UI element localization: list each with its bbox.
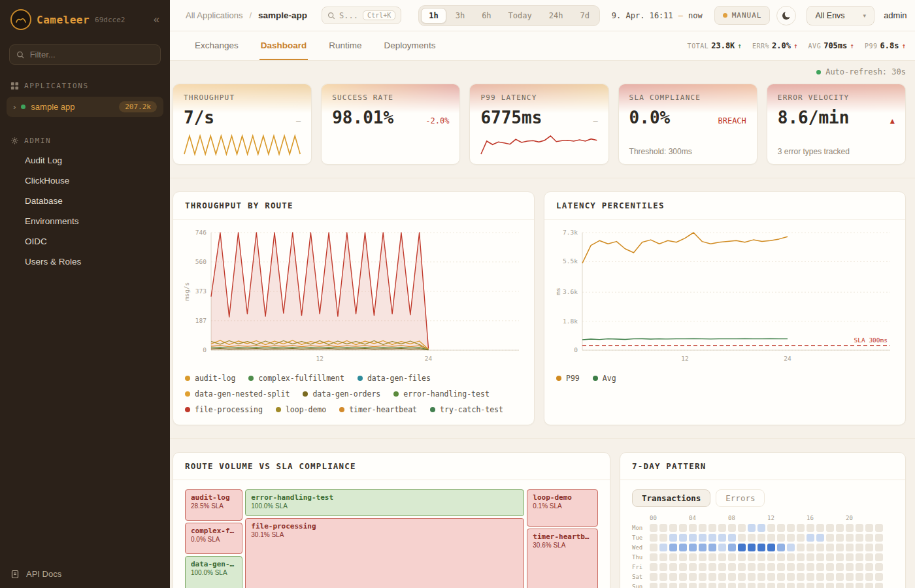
heatmap-cell[interactable] [787,573,795,581]
heatmap-cell[interactable] [738,583,746,588]
heatmap-cell[interactable] [679,553,687,561]
heatmap-cell[interactable] [757,563,765,571]
filter-input[interactable] [30,50,154,59]
heatmap-cell[interactable] [846,553,854,561]
heatmap-cell[interactable] [767,583,775,588]
heatmap-cell[interactable] [787,544,795,551]
heatmap-cell[interactable] [669,524,677,532]
heatmap-cell[interactable] [787,524,795,532]
sidebar-item-api-docs[interactable]: API Docs [10,569,61,579]
heatmap-cell[interactable] [875,553,883,561]
heatmap-cell[interactable] [816,524,824,532]
time-range-3h[interactable]: 3h [448,8,473,24]
heatmap-cell[interactable] [807,534,814,542]
sidebar-filter[interactable] [9,44,161,65]
sidebar-item-sample-app[interactable]: › sample app 207.2k [7,97,163,117]
heatmap-cell[interactable] [679,583,687,588]
sidebar-item-environments[interactable]: Environments [0,211,170,231]
heatmap-cell[interactable] [748,563,756,571]
heatmap-cell[interactable] [807,544,814,551]
heatmap-cell[interactable] [708,544,716,551]
heatmap-cell[interactable] [748,573,756,581]
heatmap-cell[interactable] [875,583,883,588]
heatmap-cell[interactable] [777,534,785,542]
heatmap-cell[interactable] [807,553,814,561]
heatmap-cell[interactable] [669,563,677,571]
heatmap-cell[interactable] [865,553,873,561]
heatmap-cell[interactable] [846,583,854,588]
legend-item-data-gen-orders[interactable]: data-gen-orders [303,389,380,399]
heatmap-cell[interactable] [836,563,844,571]
heatmap-cell[interactable] [650,534,657,542]
heatmap-cell[interactable] [826,553,834,561]
legend-item-complex-fulfillment[interactable]: complex-fulfillment [248,374,344,383]
time-range-7d[interactable]: 7d [572,8,597,24]
heatmap-cell[interactable] [650,553,657,561]
heatmap-cell[interactable] [708,534,716,542]
heatmap-cell[interactable] [650,583,657,588]
heatmap-cell[interactable] [699,544,707,551]
heatmap-cell[interactable] [757,553,765,561]
legend-item-data-gen-files[interactable]: data-gen-files [358,374,431,383]
heatmap-cell[interactable] [708,583,716,588]
heatmap-cell[interactable] [875,524,883,532]
heatmap-cell[interactable] [708,573,716,581]
heatmap-cell[interactable] [679,524,687,532]
heatmap-cell[interactable] [669,583,677,588]
heatmap-cell[interactable] [865,524,873,532]
heatmap-cell[interactable] [659,563,667,571]
heatmap-cell[interactable] [708,524,716,532]
heatmap-cell[interactable] [816,583,824,588]
heatmap-cell[interactable] [797,524,805,532]
heatmap-cell[interactable] [659,553,667,561]
treemap-cell-timer-heartbeat[interactable]: timer-heartbeat30.6% SLA [527,529,598,588]
heatmap-cell[interactable] [699,524,707,532]
heatmap-cell[interactable] [748,583,756,588]
collapse-sidebar-icon[interactable]: « [151,14,162,25]
heatmap-cell[interactable] [826,544,834,551]
heatmap-cell[interactable] [856,563,863,571]
treemap-cell-complex-fulfillment[interactable]: complex-fulfillment0.0% SLA [185,523,242,554]
heatmap-cell[interactable] [826,524,834,532]
heatmap-cell[interactable] [748,524,756,532]
heatmap-cell[interactable] [865,573,873,581]
heatmap-cell[interactable] [728,563,736,571]
heatmap-cell[interactable] [875,573,883,581]
heatmap-cell[interactable] [826,583,834,588]
heatmap-cell[interactable] [728,583,736,588]
heatmap-cell[interactable] [875,544,883,551]
heatmap-cell[interactable] [865,534,873,542]
heatmap-cell[interactable] [836,573,844,581]
manual-refresh-button[interactable]: MANUAL [714,6,771,25]
heatmap-cell[interactable] [846,563,854,571]
heatmap-cell[interactable] [748,544,756,551]
heatmap-cell[interactable] [797,534,805,542]
heatmap-cell[interactable] [777,553,785,561]
heatmap-cell[interactable] [679,573,687,581]
time-range-6h[interactable]: 6h [474,8,499,24]
heatmap-cell[interactable] [689,563,697,571]
heatmap-cell[interactable] [777,524,785,532]
heatmap-cell[interactable] [836,583,844,588]
heatmap-cell[interactable] [807,524,814,532]
heatmap-cell[interactable] [875,534,883,542]
heatmap-cell[interactable] [728,553,736,561]
env-select[interactable]: All Envs ▾ [807,6,874,25]
heatmap-cell[interactable] [807,583,814,588]
heatmap-cell[interactable] [807,563,814,571]
heatmap-cell[interactable] [767,534,775,542]
tab-dashboard[interactable]: Dashboard [259,31,308,60]
heatmap-cell[interactable] [669,544,677,551]
heatmap-cell[interactable] [718,534,726,542]
heatmap-cell[interactable] [738,544,746,551]
heatmap-cell[interactable] [699,583,707,588]
heatmap-cell[interactable] [659,524,667,532]
time-range-1h[interactable]: 1h [421,8,446,24]
user-menu[interactable]: admin [884,10,907,20]
time-range-today[interactable]: Today [501,8,540,24]
heatmap-cell[interactable] [728,544,736,551]
heatmap-cell[interactable] [669,534,677,542]
tab-runtime[interactable]: Runtime [327,31,363,60]
heatmap-cell[interactable] [767,524,775,532]
heatmap-cell[interactable] [757,544,765,551]
